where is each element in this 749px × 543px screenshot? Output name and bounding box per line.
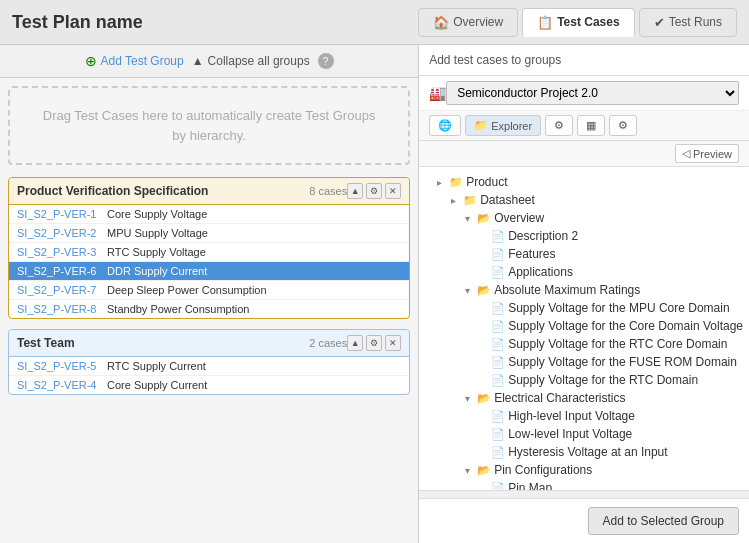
- table-row-selected[interactable]: SI_S2_P-VER-6 DDR Supply Current: [9, 262, 409, 281]
- document-icon: 📄: [491, 428, 505, 441]
- list-item[interactable]: 📄Supply Voltage for the MPU Core Domain: [423, 299, 745, 317]
- tab-overview-label: Overview: [453, 15, 503, 29]
- globe-icon: 🌐: [438, 119, 452, 132]
- tab-bar: 🏠 Overview 📋 Test Cases ✔ Test Runs: [418, 8, 737, 37]
- collapse-icon: ▲: [192, 54, 204, 68]
- folder-icon: 📂: [477, 284, 491, 297]
- right-toolbar: 🌐 📁 Explorer ⚙ ▦ ⚙: [419, 111, 749, 141]
- tree-item-label: Features: [508, 247, 555, 261]
- right-footer: Add to Selected Group: [419, 498, 749, 543]
- tree-toggle-icon[interactable]: ▾: [460, 465, 474, 476]
- preview-button[interactable]: ◁ Preview: [675, 144, 739, 163]
- tree-toggle-icon[interactable]: ▸: [432, 177, 446, 188]
- filter-icon: ⚙: [554, 119, 564, 132]
- list-item[interactable]: ▸📁Datasheet: [423, 191, 745, 209]
- group-collapse-btn-2[interactable]: ▲: [347, 335, 363, 351]
- list-item[interactable]: 📄Supply Voltage for the FUSE ROM Domain: [423, 353, 745, 371]
- table-row[interactable]: SI_S2_P-VER-4 Core Supply Current: [9, 376, 409, 394]
- tab-test-cases[interactable]: 📋 Test Cases: [522, 8, 634, 37]
- row-id: SI_S2_P-VER-6: [17, 265, 107, 277]
- row-id: SI_S2_P-VER-7: [17, 284, 107, 296]
- list-item[interactable]: ▸📁Product: [423, 173, 745, 191]
- tab-test-cases-label: Test Cases: [557, 15, 619, 29]
- list-item[interactable]: 📄Supply Voltage for the Core Domain Volt…: [423, 317, 745, 335]
- collapse-groups-button[interactable]: ▲ Collapse all groups: [192, 54, 310, 68]
- row-id: SI_S2_P-VER-4: [17, 379, 107, 391]
- tree-item-label: Product: [466, 175, 507, 189]
- list-item[interactable]: 📄Supply Voltage for the RTC Domain: [423, 371, 745, 389]
- list-item[interactable]: ▾📂Electrical Characteristics: [423, 389, 745, 407]
- tree-toggle-icon[interactable]: ▾: [460, 393, 474, 404]
- group-settings-btn-1[interactable]: ⚙: [366, 183, 382, 199]
- list-item[interactable]: 📄Hysteresis Voltage at an Input: [423, 443, 745, 461]
- settings-button[interactable]: ⚙: [609, 115, 637, 136]
- right-panel: Add test cases to groups 🏭 Semiconductor…: [419, 45, 749, 543]
- tree-toggle-icon[interactable]: ▾: [460, 285, 474, 296]
- tree-item-label: Electrical Characteristics: [494, 391, 625, 405]
- add-test-group-label: Add Test Group: [101, 54, 184, 68]
- list-item[interactable]: 📄High-level Input Voltage: [423, 407, 745, 425]
- row-id: SI_S2_P-VER-3: [17, 246, 107, 258]
- list-item[interactable]: ▾📂Absolute Maximum Ratings: [423, 281, 745, 299]
- list-item[interactable]: 📄Low-level Input Voltage: [423, 425, 745, 443]
- right-toolbar2: ◁ Preview: [419, 141, 749, 167]
- right-panel-header: Add test cases to groups: [419, 45, 749, 76]
- document-icon: 📄: [491, 410, 505, 423]
- group-title-2: Test Team: [17, 336, 303, 350]
- group-collapse-btn-1[interactable]: ▲: [347, 183, 363, 199]
- document-icon: 📄: [491, 248, 505, 261]
- tab-test-runs[interactable]: ✔ Test Runs: [639, 8, 737, 37]
- file-tree: ▸📁Product▸📁Datasheet▾📂Overview📄Descripti…: [419, 167, 749, 490]
- explorer-button[interactable]: 📁 Explorer: [465, 115, 541, 136]
- table-row[interactable]: SI_S2_P-VER-3 RTC Supply Voltage: [9, 243, 409, 262]
- collapse-label: Collapse all groups: [208, 54, 310, 68]
- tree-scrollbar[interactable]: [419, 490, 749, 498]
- tree-item-label: Overview: [494, 211, 544, 225]
- preview-label: Preview: [693, 148, 732, 160]
- grid-button[interactable]: ▦: [577, 115, 605, 136]
- grid-icon: ▦: [586, 119, 596, 132]
- tab-overview[interactable]: 🏠 Overview: [418, 8, 518, 37]
- list-item[interactable]: 📄Applications: [423, 263, 745, 281]
- list-item[interactable]: ▾📂Overview: [423, 209, 745, 227]
- table-row[interactable]: SI_S2_P-VER-1 Core Supply Voltage: [9, 205, 409, 224]
- document-icon: 📄: [491, 230, 505, 243]
- tree-toggle-icon[interactable]: ▸: [446, 195, 460, 206]
- group-close-btn-1[interactable]: ✕: [385, 183, 401, 199]
- list-item[interactable]: 📄Features: [423, 245, 745, 263]
- groups-area: Product Verification Specification 8 cas…: [0, 173, 418, 543]
- group-close-btn-2[interactable]: ✕: [385, 335, 401, 351]
- table-row[interactable]: SI_S2_P-VER-8 Standby Power Consumption: [9, 300, 409, 318]
- page-title: Test Plan name: [12, 12, 418, 33]
- list-item[interactable]: ▾📂Pin Configurations: [423, 461, 745, 479]
- help-button[interactable]: ?: [318, 53, 334, 69]
- list-item[interactable]: 📄Pin Map: [423, 479, 745, 490]
- document-icon: 📄: [491, 302, 505, 315]
- table-row[interactable]: SI_S2_P-VER-7 Deep Sleep Power Consumpti…: [9, 281, 409, 300]
- tree-toggle-icon[interactable]: ▾: [460, 213, 474, 224]
- project-icon: 🏭: [429, 85, 446, 101]
- project-dropdown[interactable]: Semiconductor Project 2.0: [446, 81, 739, 105]
- group-settings-btn-2[interactable]: ⚙: [366, 335, 382, 351]
- tree-item-label: Supply Voltage for the MPU Core Domain: [508, 301, 729, 315]
- table-row[interactable]: SI_S2_P-VER-2 MPU Supply Voltage: [9, 224, 409, 243]
- document-icon: 📄: [491, 320, 505, 333]
- tree-item-label: Absolute Maximum Ratings: [494, 283, 640, 297]
- document-icon: 📄: [491, 338, 505, 351]
- filter-button[interactable]: ⚙: [545, 115, 573, 136]
- list-item[interactable]: 📄Description 2: [423, 227, 745, 245]
- settings-icon: ⚙: [618, 119, 628, 132]
- group-header-product-verification: Product Verification Specification 8 cas…: [9, 178, 409, 205]
- table-row[interactable]: SI_S2_P-VER-5 RTC Supply Current: [9, 357, 409, 376]
- tree-item-label: Hysteresis Voltage at an Input: [508, 445, 667, 459]
- row-id: SI_S2_P-VER-8: [17, 303, 107, 315]
- globe-button[interactable]: 🌐: [429, 115, 461, 136]
- add-selected-group-button[interactable]: Add to Selected Group: [588, 507, 739, 535]
- row-name: RTC Supply Voltage: [107, 246, 206, 258]
- list-item[interactable]: 📄Supply Voltage for the RTC Core Domain: [423, 335, 745, 353]
- add-test-group-button[interactable]: ⊕ Add Test Group: [85, 53, 184, 69]
- folder-icon: 📁: [463, 194, 477, 207]
- row-id: SI_S2_P-VER-5: [17, 360, 107, 372]
- tree-item-label: High-level Input Voltage: [508, 409, 635, 423]
- group-controls-1: ▲ ⚙ ✕: [347, 183, 401, 199]
